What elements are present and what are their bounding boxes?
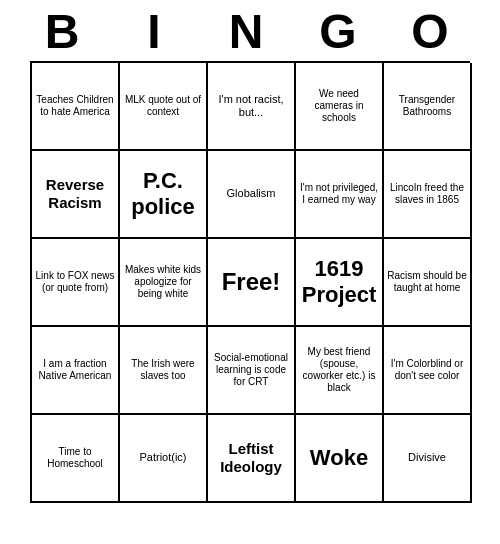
- title-g: G: [300, 4, 384, 59]
- bingo-cell: Link to FOX news (or quote from): [32, 239, 120, 327]
- bingo-cell: Lincoln freed the slaves in 1865: [384, 151, 472, 239]
- title-n: N: [208, 4, 292, 59]
- bingo-cell: I'm not racist, but...: [208, 63, 296, 151]
- title-b: B: [24, 4, 108, 59]
- bingo-cell: 1619 Project: [296, 239, 384, 327]
- bingo-cell: I'm Colorblind or don't see color: [384, 327, 472, 415]
- bingo-cell: My best friend (spouse, coworker etc.) i…: [296, 327, 384, 415]
- bingo-cell: Patriot(ic): [120, 415, 208, 503]
- bingo-cell: MLK quote out of context: [120, 63, 208, 151]
- bingo-cell: The Irish were slaves too: [120, 327, 208, 415]
- bingo-cell: Racism should be taught at home: [384, 239, 472, 327]
- bingo-cell: Woke: [296, 415, 384, 503]
- bingo-cell: Divisive: [384, 415, 472, 503]
- bingo-cell: I'm not privileged, I earned my way: [296, 151, 384, 239]
- bingo-cell: We need cameras in schools: [296, 63, 384, 151]
- bingo-cell: Free!: [208, 239, 296, 327]
- title-i: I: [116, 4, 200, 59]
- bingo-cell: Leftist Ideology: [208, 415, 296, 503]
- title-o: O: [392, 4, 476, 59]
- bingo-cell: Reverse Racism: [32, 151, 120, 239]
- bingo-cell: I am a fraction Native American: [32, 327, 120, 415]
- bingo-grid: Teaches Children to hate AmericaMLK quot…: [30, 61, 470, 503]
- bingo-cell: P.C. police: [120, 151, 208, 239]
- bingo-title: B I N G O: [20, 0, 480, 61]
- bingo-cell: Transgender Bathrooms: [384, 63, 472, 151]
- bingo-cell: Social-emotional learning is code for CR…: [208, 327, 296, 415]
- bingo-cell: Makes white kids apologize for being whi…: [120, 239, 208, 327]
- bingo-cell: Globalism: [208, 151, 296, 239]
- bingo-cell: Teaches Children to hate America: [32, 63, 120, 151]
- bingo-cell: Time to Homeschool: [32, 415, 120, 503]
